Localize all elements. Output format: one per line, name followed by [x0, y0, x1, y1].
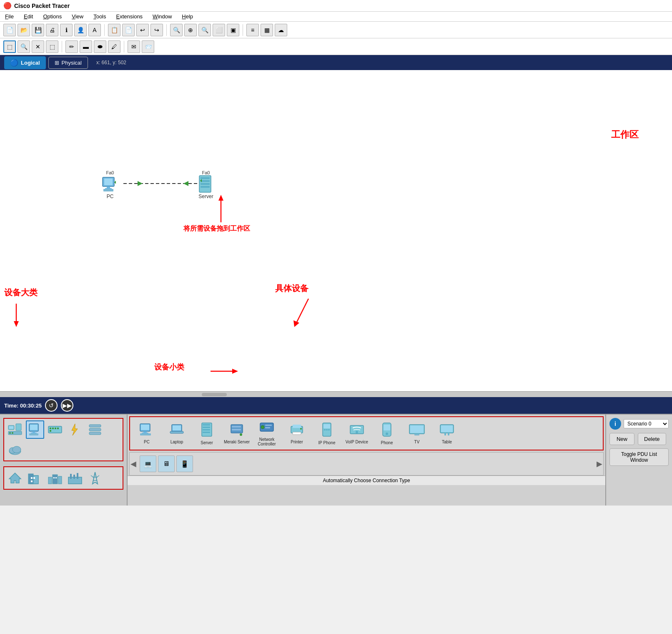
- device-pc[interactable]: PC: [132, 421, 162, 446]
- device-ip-phone[interactable]: IP Phone: [312, 420, 342, 447]
- list-btn[interactable]: ≡: [246, 24, 259, 36]
- open-btn[interactable]: 📂: [18, 24, 30, 36]
- cat-switch[interactable]: [46, 420, 64, 439]
- toolbar2: ⬚ 🔍 ✕ ⬚ ✏ ▬ ⬬ 🖊 ✉ 📨: [0, 38, 672, 55]
- meraki-device-label: Meraki Server: [224, 440, 250, 444]
- voip-device-icon: [349, 423, 364, 439]
- info-btn[interactable]: ℹ: [60, 24, 73, 36]
- font-btn[interactable]: A: [88, 24, 101, 36]
- info-icon[interactable]: i: [609, 418, 621, 430]
- toggle-pdu-button[interactable]: Toggle PDU List Window: [609, 448, 669, 466]
- pencil-btn[interactable]: 🖊: [108, 40, 120, 53]
- tab-physical[interactable]: ⊞ Physical: [48, 57, 88, 69]
- menu-extensions[interactable]: Extensions: [115, 13, 145, 20]
- print-btn[interactable]: 🖨: [46, 24, 58, 36]
- device-phone[interactable]: Phone: [372, 420, 402, 447]
- grid-btn[interactable]: ▦: [261, 24, 273, 36]
- new-btn[interactable]: 📄: [3, 24, 16, 36]
- subcat-item-1[interactable]: 💻: [140, 455, 156, 472]
- cat-network[interactable]: [6, 420, 24, 439]
- device-laptop[interactable]: Laptop: [162, 421, 192, 446]
- menu-options[interactable]: Options: [41, 13, 63, 20]
- hscroll-thumb[interactable]: [202, 393, 227, 396]
- save-btn[interactable]: 💾: [32, 24, 44, 36]
- device-tv[interactable]: TV: [402, 421, 432, 446]
- subcat-building[interactable]: [26, 469, 44, 487]
- redo-btn[interactable]: ↪: [150, 24, 163, 36]
- category-arrow: [10, 304, 23, 329]
- ip-phone-label: IP Phone: [318, 440, 336, 445]
- scenario-dropdown[interactable]: Scenario 0: [624, 419, 669, 428]
- paste-btn[interactable]: 📄: [122, 24, 135, 36]
- draw-btn[interactable]: ✏: [65, 40, 78, 53]
- sep4: [62, 41, 62, 53]
- new-button[interactable]: New: [609, 433, 634, 445]
- cat-pc[interactable]: [26, 420, 44, 439]
- sub-category-row[interactable]: ◀ 💻 🖥 📱 ▶: [129, 452, 604, 476]
- search-btn[interactable]: 🔍: [18, 40, 30, 53]
- copy-btn[interactable]: 📋: [108, 24, 120, 36]
- svg-marker-16: [218, 195, 223, 201]
- svg-rect-50: [31, 477, 33, 479]
- email-btn[interactable]: ✉: [128, 40, 140, 53]
- device-network-controller[interactable]: Network Controller: [252, 419, 282, 448]
- rect-btn[interactable]: ▬: [80, 40, 92, 53]
- select-btn[interactable]: ⬚: [3, 40, 16, 53]
- device-server[interactable]: Server: [192, 420, 222, 447]
- svg-point-28: [12, 432, 13, 434]
- svg-rect-87: [265, 427, 270, 428]
- zoom-in-btn[interactable]: 🔍: [170, 24, 183, 36]
- cloud-btn[interactable]: ☁: [275, 24, 287, 36]
- subcat-item-3[interactable]: 📱: [176, 455, 193, 472]
- play-btn[interactable]: ▶▶: [61, 399, 73, 412]
- inspect-btn[interactable]: ⬚: [46, 40, 58, 53]
- menu-tools[interactable]: Tools: [92, 13, 108, 20]
- menu-window[interactable]: Window: [151, 13, 173, 20]
- menu-help[interactable]: Help: [180, 13, 195, 20]
- subcat-factory[interactable]: [66, 469, 84, 487]
- engineer-btn[interactable]: 👤: [74, 24, 87, 36]
- phone-device-icon: [381, 422, 393, 440]
- svg-marker-62: [93, 472, 98, 484]
- svg-point-85: [261, 425, 264, 429]
- scroll-left-btn[interactable]: ◀: [130, 458, 137, 469]
- delete-button[interactable]: Delete: [638, 433, 666, 445]
- reset-btn[interactable]: ↺: [45, 399, 58, 412]
- tab-logical[interactable]: 🔵 Logical: [4, 56, 46, 69]
- device-meraki[interactable]: Meraki Server: [222, 421, 252, 446]
- menu-file[interactable]: File: [3, 13, 15, 20]
- sep1: [104, 24, 105, 36]
- svg-rect-4: [103, 189, 113, 191]
- pc-device[interactable]: Fa0 PC: [100, 170, 120, 199]
- device-panel: PC Laptop: [0, 414, 672, 506]
- cat-cloud[interactable]: [6, 440, 24, 459]
- menu-edit[interactable]: Edit: [22, 13, 35, 20]
- svg-rect-86: [265, 425, 272, 426]
- fullscreen-btn[interactable]: ▣: [227, 24, 239, 36]
- zoom-fit-btn[interactable]: ⊕: [184, 24, 197, 36]
- scroll-right-btn[interactable]: ▶: [596, 458, 603, 469]
- zoom-out-btn[interactable]: 🔍: [198, 24, 211, 36]
- delete-btn[interactable]: ✕: [32, 40, 44, 53]
- mail-btn[interactable]: 📨: [142, 40, 154, 53]
- ellipse-btn[interactable]: ⬬: [94, 40, 106, 53]
- device-printer[interactable]: Printer: [282, 421, 312, 446]
- undo-btn[interactable]: ↩: [136, 24, 149, 36]
- hscrollbar[interactable]: [0, 391, 672, 397]
- subcat-home[interactable]: [6, 469, 24, 487]
- subcat-item-2[interactable]: 🖥: [158, 455, 175, 472]
- cat-lightning[interactable]: [66, 420, 84, 439]
- device-voip[interactable]: VoIP Device: [342, 421, 372, 446]
- cat-storage[interactable]: [86, 420, 104, 439]
- menu-view[interactable]: View: [70, 13, 85, 20]
- scenario-row: i Scenario 0: [609, 418, 669, 430]
- subcat-tower[interactable]: [86, 469, 104, 487]
- resize-btn[interactable]: ⬜: [213, 24, 225, 36]
- svg-rect-24: [9, 426, 13, 429]
- workspace[interactable]: 工作区 Fa0 PC Fa0: [0, 70, 672, 391]
- subcat-city[interactable]: [46, 469, 64, 487]
- svg-rect-106: [441, 425, 453, 432]
- svg-rect-93: [323, 424, 330, 428]
- device-table[interactable]: Table: [432, 421, 462, 446]
- server-device[interactable]: Fa0 Server: [196, 170, 216, 199]
